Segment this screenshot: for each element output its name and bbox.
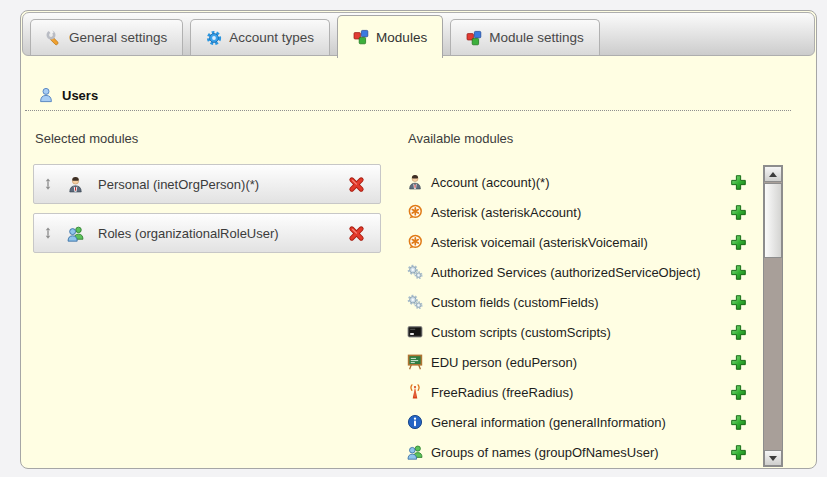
selected-module-label: Personal (inetOrgPerson)(*) bbox=[98, 177, 348, 192]
module-blocks-icon bbox=[466, 30, 482, 46]
scrollbar-up-button[interactable] bbox=[764, 166, 782, 182]
delete-icon[interactable] bbox=[348, 176, 365, 193]
tab-modules[interactable]: Modules bbox=[337, 15, 443, 58]
available-module-row: General information (generalInformation) bbox=[407, 407, 748, 437]
tab-bar: General settings Account types Modules M… bbox=[22, 12, 815, 56]
add-icon[interactable] bbox=[730, 174, 747, 191]
group-icon bbox=[407, 444, 423, 460]
drag-handle-icon[interactable] bbox=[42, 178, 54, 190]
selected-module-row[interactable]: Personal (inetOrgPerson)(*) bbox=[33, 164, 381, 204]
gears-icon bbox=[407, 264, 423, 280]
available-module-label: General information (generalInformation) bbox=[431, 415, 730, 430]
available-module-label: Custom fields (customFields) bbox=[431, 295, 730, 310]
scrollbar-down-button[interactable] bbox=[764, 450, 782, 466]
tab-account-types[interactable]: Account types bbox=[190, 19, 330, 55]
available-module-row: FreeRadius (freeRadius) bbox=[407, 377, 748, 407]
antenna-icon bbox=[407, 384, 423, 400]
person-icon bbox=[67, 176, 84, 193]
group-icon bbox=[67, 225, 84, 242]
asterisk-icon bbox=[407, 234, 423, 250]
add-icon[interactable] bbox=[730, 234, 747, 251]
users-section-heading: Users bbox=[25, 87, 791, 111]
gears-icon bbox=[407, 294, 423, 310]
available-module-row: Custom scripts (customScripts) bbox=[407, 317, 748, 347]
tab-label: Modules bbox=[376, 30, 427, 45]
add-icon[interactable] bbox=[730, 354, 747, 371]
available-module-label: Custom scripts (customScripts) bbox=[431, 325, 730, 340]
available-module-label: Asterisk voicemail (asteriskVoicemail) bbox=[431, 235, 730, 250]
available-module-row: Asterisk (asteriskAccount) bbox=[407, 197, 748, 227]
available-module-label: Asterisk (asteriskAccount) bbox=[431, 205, 730, 220]
scrollbar[interactable] bbox=[763, 165, 783, 467]
add-icon[interactable] bbox=[730, 264, 747, 281]
configuration-panel: General settings Account types Modules M… bbox=[20, 10, 817, 469]
add-icon[interactable] bbox=[730, 384, 747, 401]
gear-icon bbox=[206, 30, 222, 46]
tab-label: Account types bbox=[229, 30, 314, 45]
available-module-label: FreeRadius (freeRadius) bbox=[431, 385, 730, 400]
available-module-row: Account (account)(*) bbox=[407, 167, 748, 197]
available-module-row: Custom fields (customFields) bbox=[407, 287, 748, 317]
available-module-row: EDU person (eduPerson) bbox=[407, 347, 748, 377]
available-module-row: Authorized Services (authorizedServiceOb… bbox=[407, 257, 748, 287]
available-modules-list: Account (account)(*) Asterisk (asteriskA… bbox=[407, 167, 748, 467]
add-icon[interactable] bbox=[730, 444, 747, 461]
tab-module-settings[interactable]: Module settings bbox=[450, 19, 600, 55]
selected-module-label: Roles (organizationalRoleUser) bbox=[98, 226, 348, 241]
selected-module-row[interactable]: Roles (organizationalRoleUser) bbox=[33, 213, 381, 253]
available-module-row: Groups of names (groupOfNamesUser) bbox=[407, 437, 748, 467]
selected-modules-list: Personal (inetOrgPerson)(*) Roles (organ… bbox=[33, 164, 381, 262]
available-module-row: Asterisk voicemail (asteriskVoicemail) bbox=[407, 227, 748, 257]
asterisk-icon bbox=[407, 204, 423, 220]
delete-icon[interactable] bbox=[348, 225, 365, 242]
arrow-up-icon bbox=[769, 172, 777, 177]
tab-label: General settings bbox=[69, 30, 167, 45]
available-module-label: Authorized Services (authorizedServiceOb… bbox=[431, 265, 730, 280]
terminal-icon bbox=[407, 324, 423, 340]
add-icon[interactable] bbox=[730, 414, 747, 431]
tab-general-settings[interactable]: General settings bbox=[30, 19, 183, 55]
available-module-label: Groups of names (groupOfNamesUser) bbox=[431, 445, 730, 460]
tab-label: Module settings bbox=[489, 30, 584, 45]
person-icon bbox=[407, 174, 423, 190]
page-background: General settings Account types Modules M… bbox=[0, 0, 827, 477]
scrollbar-thumb[interactable] bbox=[764, 183, 782, 258]
blackboard-icon bbox=[407, 354, 423, 370]
section-title: Users bbox=[62, 88, 98, 103]
selected-modules-heading: Selected modules bbox=[35, 131, 138, 146]
add-icon[interactable] bbox=[730, 324, 747, 341]
add-icon[interactable] bbox=[730, 204, 747, 221]
available-module-label: Account (account)(*) bbox=[431, 175, 730, 190]
info-icon bbox=[407, 414, 423, 430]
arrow-down-icon bbox=[769, 456, 777, 461]
wrench-icon bbox=[46, 30, 62, 46]
available-modules-heading: Available modules bbox=[408, 131, 513, 146]
module-blocks-icon bbox=[353, 29, 369, 45]
add-icon[interactable] bbox=[730, 294, 747, 311]
user-icon bbox=[38, 87, 54, 103]
available-module-label: EDU person (eduPerson) bbox=[431, 355, 730, 370]
drag-handle-icon[interactable] bbox=[42, 227, 54, 239]
